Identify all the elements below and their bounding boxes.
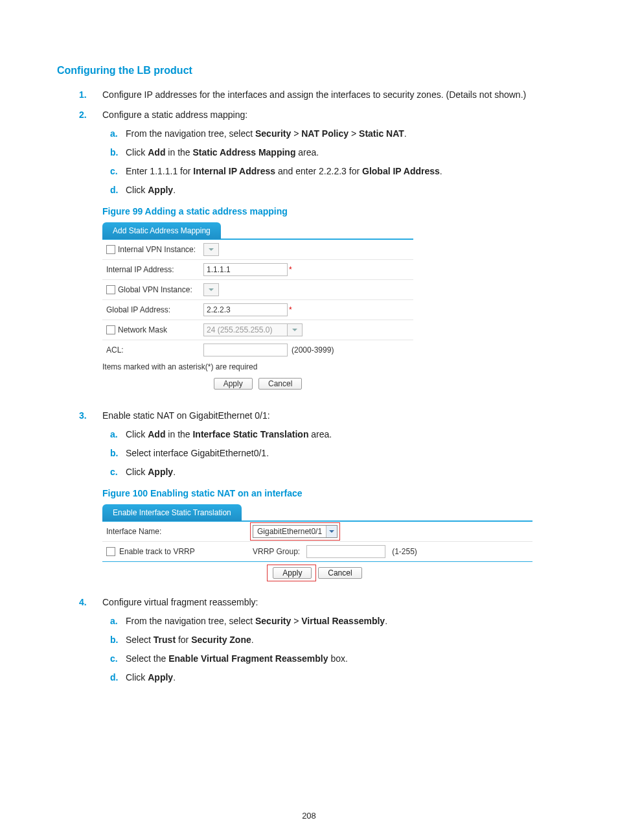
substep: b. Select interface GigabitEthernet0/1. xyxy=(126,447,561,460)
hint-vrrp: (1-255) xyxy=(392,547,417,556)
substep-marker: b. xyxy=(110,146,118,159)
step-4: 4. Configure virtual fragment reassembly… xyxy=(102,596,561,684)
pre: Click xyxy=(126,185,148,195)
vrrp-group-label: VRRP Group: xyxy=(253,547,300,556)
bold: Security xyxy=(255,128,291,139)
substeps: a. From the navigation tree, select Secu… xyxy=(102,614,561,684)
substep: a. From the navigation tree, select Secu… xyxy=(126,614,561,628)
input-vrrp-group[interactable] xyxy=(306,545,385,558)
post: . xyxy=(251,635,254,645)
panel-tab: Add Static Address Mapping xyxy=(102,222,221,239)
sep: > xyxy=(291,616,301,626)
label: Internal VPN Instance: xyxy=(118,245,196,254)
row-global-vpn: Global VPN Instance: xyxy=(102,280,413,300)
bold: Security xyxy=(255,616,291,626)
apply-button[interactable]: Apply xyxy=(214,378,253,390)
bold: Virtual Reassembly xyxy=(301,616,385,626)
row-global-ip: Global IP Address: 2.2.2.3* xyxy=(102,300,413,320)
substep: d. Click Apply. xyxy=(126,183,561,197)
required-note: Items marked with an asterisk(*) are req… xyxy=(102,360,413,374)
mid: for xyxy=(176,635,191,645)
section-heading: Configuring the LB product xyxy=(57,65,561,76)
bold: Enable Virtual Fragment Reassembly xyxy=(168,653,328,664)
checkbox-enable-vrrp[interactable] xyxy=(106,547,115,556)
input-acl[interactable] xyxy=(203,344,288,356)
substep: b. Click Add in the Static Address Mappi… xyxy=(126,146,561,159)
substep-marker: a. xyxy=(110,127,118,141)
substep-marker: d. xyxy=(110,183,118,197)
bold: Apply xyxy=(148,672,173,682)
label: ACL: xyxy=(106,345,124,355)
bold: Global IP Address xyxy=(362,166,440,176)
figure-99-panel: Add Static Address Mapping Internal VPN … xyxy=(102,222,413,393)
substep-marker: a. xyxy=(110,614,118,628)
cancel-button[interactable]: Cancel xyxy=(258,378,302,390)
checkbox-internal-vpn[interactable] xyxy=(106,245,115,254)
select-interface-name[interactable]: GigabitEthernet0/1 xyxy=(253,525,338,538)
cancel-button[interactable]: Cancel xyxy=(318,567,361,579)
checkbox-network-mask[interactable] xyxy=(106,325,115,334)
checkbox-global-vpn[interactable] xyxy=(106,285,115,294)
substep: c. Click Apply. xyxy=(126,465,561,479)
sep: > xyxy=(349,128,359,139)
step-marker: 3. xyxy=(79,409,87,423)
substep: b. Select Trust for Security Zone. xyxy=(126,633,561,647)
select-internal-vpn[interactable] xyxy=(203,243,219,256)
input-network-mask[interactable]: 24 (255.255.255.0) xyxy=(203,323,288,336)
label: Global VPN Instance: xyxy=(118,285,192,294)
bold: Add xyxy=(148,429,165,439)
required-asterisk: * xyxy=(289,305,292,314)
figure-99-caption: Figure 99 Adding a static address mappin… xyxy=(102,206,561,216)
step-marker: 1. xyxy=(79,88,87,102)
row-internal-ip: Internal IP Address: 1.1.1.1* xyxy=(102,260,413,280)
pre: Click xyxy=(126,467,148,477)
bold: Static NAT xyxy=(359,128,404,139)
input-global-ip[interactable]: 2.2.2.3 xyxy=(203,303,288,316)
bold: Add xyxy=(148,147,165,158)
bold: Trust xyxy=(154,635,176,645)
label: Interface Name: xyxy=(106,527,246,536)
required-asterisk: * xyxy=(289,265,292,274)
select-network-mask[interactable] xyxy=(287,323,303,336)
post: area. xyxy=(308,429,332,439)
mid: in the xyxy=(165,147,192,158)
post: box. xyxy=(328,653,348,664)
step-marker: 4. xyxy=(79,596,87,609)
substep: d. Click Apply. xyxy=(126,671,561,684)
page-number: 208 xyxy=(0,811,618,821)
pre: Select xyxy=(126,635,154,645)
input-internal-ip[interactable]: 1.1.1.1 xyxy=(203,263,288,276)
row-internal-vpn: Internal VPN Instance: xyxy=(102,240,413,260)
ordered-steps-cont2: 4. Configure virtual fragment reassembly… xyxy=(57,596,561,684)
pre: From the navigation tree, select xyxy=(126,616,255,626)
mid: and enter 2.2.2.3 for xyxy=(275,166,362,176)
post: . xyxy=(173,467,176,477)
row-network-mask: Network Mask 24 (255.255.255.0) xyxy=(102,320,413,340)
substep-marker: c. xyxy=(110,652,118,666)
button-row: Apply Cancel xyxy=(102,562,532,580)
apply-button[interactable]: Apply xyxy=(273,567,312,579)
post: . xyxy=(385,616,387,626)
ordered-steps: 1. Configure IP addresses for the interf… xyxy=(57,88,561,197)
substep-marker: c. xyxy=(110,165,118,178)
label: Network Mask xyxy=(118,325,167,334)
pre: Enter 1.1.1.1 for xyxy=(126,166,193,176)
substeps: a. Click Add in the Interface Static Tra… xyxy=(102,428,561,479)
step-text: Configure IP addresses for the interface… xyxy=(102,89,526,100)
post: . xyxy=(404,128,407,139)
sep: > xyxy=(291,128,301,139)
select-global-vpn[interactable] xyxy=(203,283,219,296)
post: . xyxy=(440,166,442,176)
bold: Internal IP Address xyxy=(193,166,275,176)
bold: Security Zone xyxy=(191,635,251,645)
figure-100-panel: Enable Interface Static Translation Inte… xyxy=(102,504,532,562)
substep-marker: b. xyxy=(110,633,118,647)
step-text: Configure a static address mapping: xyxy=(102,110,247,120)
button-row: Apply Cancel xyxy=(102,374,413,393)
ordered-steps-cont: 3. Enable static NAT on GigabitEthernet … xyxy=(57,409,561,479)
pre: Click xyxy=(126,147,148,158)
pre: Click xyxy=(126,429,148,439)
post: . xyxy=(173,672,176,682)
bold: NAT Policy xyxy=(301,128,349,139)
substeps: a. From the navigation tree, select Secu… xyxy=(102,127,561,197)
